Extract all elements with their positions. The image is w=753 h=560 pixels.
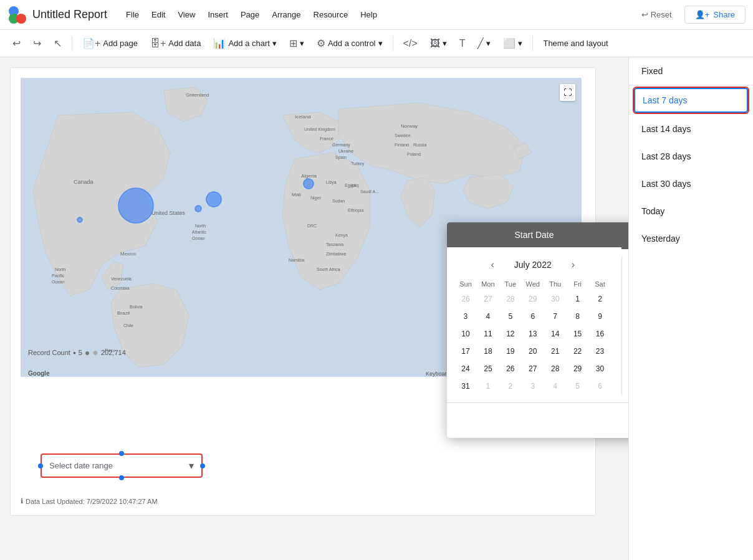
main: Canada United States Brazil Peru North P… xyxy=(0,57,753,560)
redo-button[interactable]: ↪ xyxy=(28,34,46,53)
left-prev-month-button[interactable]: ‹ xyxy=(488,257,496,273)
table-row[interactable]: 8 xyxy=(567,308,589,325)
table-row[interactable]: 22 xyxy=(567,343,589,360)
date-range-wrapper[interactable]: Select date range ▾ xyxy=(41,453,203,478)
svg-text:Ocean: Ocean xyxy=(52,280,65,284)
menu-arrange[interactable]: Arrange xyxy=(266,6,307,23)
cursor-icon: ↖ xyxy=(54,37,62,49)
menu-file[interactable]: File xyxy=(120,6,145,23)
add-chart-button[interactable]: 📊 Add a chart ▾ xyxy=(208,34,282,53)
resize-handle-right[interactable] xyxy=(200,463,205,468)
reset-button[interactable]: ↩ Reset xyxy=(634,6,679,23)
table-row[interactable]: 26 xyxy=(454,290,477,308)
image-button[interactable]: 🖼 ▾ xyxy=(425,34,452,53)
embed-button[interactable]: </> xyxy=(398,34,423,53)
table-row[interactable]: 12 xyxy=(499,325,522,343)
table-row[interactable]: 21 xyxy=(544,343,567,360)
table-row[interactable]: 11 xyxy=(477,325,499,343)
undo-button[interactable]: ↩ xyxy=(7,34,26,53)
table-row[interactable]: 27 xyxy=(522,360,544,377)
menu-edit[interactable]: Edit xyxy=(145,6,171,23)
panel-option-today[interactable]: Today xyxy=(629,197,753,225)
add-control-button[interactable]: ⚙ Add a control ▾ xyxy=(312,34,388,53)
start-date-tab[interactable]: Start Date xyxy=(447,222,621,249)
date-range-arrow: ▾ xyxy=(189,460,194,472)
panel-option-yesterday[interactable]: Yesterday xyxy=(629,225,753,252)
left-month-nav: ‹ July 2022 › xyxy=(454,257,612,273)
table-row[interactable]: 6 xyxy=(589,377,612,395)
table-row[interactable]: 28 xyxy=(544,360,567,377)
theme-button[interactable]: Theme and layout xyxy=(538,35,613,52)
table-row[interactable]: 20 xyxy=(522,343,544,360)
table-row[interactable]: 26 xyxy=(499,360,522,377)
map-expand-button[interactable]: ⛶ xyxy=(560,84,575,101)
table-row[interactable]: 1 xyxy=(567,290,589,308)
table-row[interactable]: 3 xyxy=(522,377,544,395)
panel-option-last7[interactable]: Last 7 days xyxy=(634,88,748,113)
table-row[interactable]: 7 xyxy=(544,308,567,325)
reset-icon: ↩ xyxy=(641,10,648,19)
panel-option-last30[interactable]: Last 30 days xyxy=(629,170,753,197)
table-row[interactable]: 25 xyxy=(477,360,499,377)
svg-text:Sudan: Sudan xyxy=(332,199,345,203)
lines-button[interactable]: ╱ ▾ xyxy=(472,34,496,53)
end-date-tab[interactable]: End Date xyxy=(621,222,628,249)
table-row[interactable]: 30 xyxy=(544,290,567,308)
table-row[interactable]: 30 xyxy=(589,360,612,377)
table-row[interactable]: 1 xyxy=(477,377,499,395)
add-page-button[interactable]: 📄+ Add page xyxy=(77,34,143,53)
table-row[interactable]: 16 xyxy=(589,325,612,343)
resize-handle-top[interactable] xyxy=(119,451,124,456)
text-button[interactable]: T xyxy=(454,34,471,53)
add-data-button[interactable]: 🗄+ Add data xyxy=(145,34,206,53)
share-button[interactable]: 👤+ Share xyxy=(684,6,746,24)
table-row[interactable]: 31 xyxy=(454,377,477,395)
add-data-label: Add data xyxy=(168,39,201,48)
table-row[interactable]: 27 xyxy=(477,290,499,308)
table-row[interactable]: 29 xyxy=(567,360,589,377)
theme-label: Theme and layout xyxy=(543,39,608,48)
svg-text:Ocean: Ocean xyxy=(192,236,205,240)
date-range-control[interactable]: Select date range ▾ xyxy=(41,453,203,478)
svg-text:Spain: Spain xyxy=(335,155,347,160)
menu-view[interactable]: View xyxy=(171,6,201,23)
table-row[interactable]: 2 xyxy=(499,377,522,395)
table-row[interactable]: 10 xyxy=(454,325,477,343)
table-row[interactable]: 29 xyxy=(522,290,544,308)
table-row[interactable]: 4 xyxy=(477,308,499,325)
table-row[interactable]: 17 xyxy=(454,343,477,360)
left-col-sun: Sun xyxy=(454,278,477,290)
menu-insert[interactable]: Insert xyxy=(201,6,234,23)
left-month-title: July 2022 xyxy=(502,260,564,270)
table-row[interactable]: 19 xyxy=(499,343,522,360)
add-scorecard-button[interactable]: ⊞ ▾ xyxy=(284,34,309,53)
table-row[interactable]: 14 xyxy=(544,325,567,343)
shapes-button[interactable]: ⬜ ▾ xyxy=(498,34,527,53)
svg-text:Chile: Chile xyxy=(123,323,133,328)
panel-option-last28[interactable]: Last 28 days xyxy=(629,143,753,170)
table-row[interactable]: 13 xyxy=(522,325,544,343)
menu-help[interactable]: Help xyxy=(354,6,383,23)
table-row[interactable]: 5 xyxy=(567,377,589,395)
menu-resource[interactable]: Resource xyxy=(307,6,355,23)
table-row[interactable]: 4 xyxy=(544,377,567,395)
resize-handle-bottom[interactable] xyxy=(119,475,124,480)
table-row[interactable]: 24 xyxy=(454,360,477,377)
table-row[interactable]: 9 xyxy=(589,308,612,325)
table-row[interactable]: 15 xyxy=(567,325,589,343)
table-row[interactable]: 23 xyxy=(589,343,612,360)
table-row[interactable]: 5 xyxy=(499,308,522,325)
table-row[interactable]: 28 xyxy=(499,290,522,308)
chart-dropdown-icon: ▾ xyxy=(272,39,277,48)
table-row[interactable]: 6 xyxy=(522,308,544,325)
table-row[interactable]: 18 xyxy=(477,343,499,360)
menu-page[interactable]: Page xyxy=(234,6,266,23)
table-row[interactable]: 3 xyxy=(454,308,477,325)
svg-text:Iraq: Iraq xyxy=(351,183,358,188)
scorecard-icon: ⊞ xyxy=(289,37,297,49)
left-next-month-button[interactable]: › xyxy=(569,257,577,273)
panel-option-last14[interactable]: Last 14 days xyxy=(629,115,753,143)
select-button[interactable]: ↖ xyxy=(49,34,67,53)
table-row[interactable]: 2 xyxy=(589,290,612,308)
resize-handle-left[interactable] xyxy=(38,463,43,468)
